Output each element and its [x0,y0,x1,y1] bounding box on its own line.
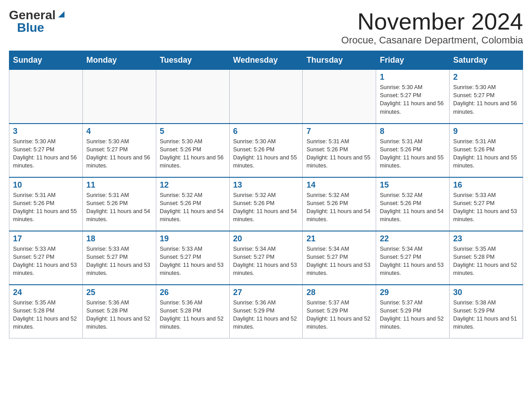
day-info: Sunrise: 5:38 AM Sunset: 5:29 PM Dayligh… [453,299,519,331]
calendar-table: SundayMondayTuesdayWednesdayThursdayFrid… [9,51,523,338]
calendar-cell: 11Sunrise: 5:31 AM Sunset: 5:26 PM Dayli… [82,177,156,231]
calendar-header-row: SundayMondayTuesdayWednesdayThursdayFrid… [9,51,523,70]
day-info: Sunrise: 5:30 AM Sunset: 5:27 PM Dayligh… [86,137,152,170]
day-info: Sunrise: 5:34 AM Sunset: 5:27 PM Dayligh… [233,245,299,278]
calendar-cell: 13Sunrise: 5:32 AM Sunset: 5:26 PM Dayli… [229,177,303,231]
day-info: Sunrise: 5:31 AM Sunset: 5:26 PM Dayligh… [13,191,79,224]
calendar-cell [229,70,303,124]
month-title: November 2024 [341,9,523,34]
day-number: 6 [233,127,299,136]
calendar-day-header: Saturday [450,51,523,70]
day-number: 9 [453,127,519,136]
calendar-cell: 20Sunrise: 5:34 AM Sunset: 5:27 PM Dayli… [229,231,303,285]
day-number: 17 [13,234,79,244]
day-number: 8 [380,127,446,136]
calendar-day-header: Sunday [9,51,83,70]
day-number: 22 [380,234,446,244]
day-number: 13 [233,180,299,190]
calendar-cell: 7Sunrise: 5:31 AM Sunset: 5:26 PM Daylig… [303,124,376,177]
day-info: Sunrise: 5:35 AM Sunset: 5:28 PM Dayligh… [453,245,519,278]
day-info: Sunrise: 5:31 AM Sunset: 5:26 PM Dayligh… [306,137,372,170]
calendar-cell: 12Sunrise: 5:32 AM Sunset: 5:26 PM Dayli… [156,177,229,231]
day-number: 14 [306,180,372,190]
calendar-day-header: Thursday [303,51,376,70]
day-number: 4 [86,127,152,136]
day-info: Sunrise: 5:36 AM Sunset: 5:28 PM Dayligh… [86,299,152,331]
calendar-day-header: Tuesday [156,51,229,70]
calendar-cell: 2Sunrise: 5:30 AM Sunset: 5:27 PM Daylig… [450,70,523,124]
day-info: Sunrise: 5:34 AM Sunset: 5:27 PM Dayligh… [380,245,446,278]
day-info: Sunrise: 5:30 AM Sunset: 5:26 PM Dayligh… [160,137,226,170]
calendar-week-row: 10Sunrise: 5:31 AM Sunset: 5:26 PM Dayli… [9,177,523,231]
calendar-cell: 29Sunrise: 5:37 AM Sunset: 5:29 PM Dayli… [376,285,450,338]
day-number: 28 [306,288,372,297]
logo: General Blue [9,9,66,34]
day-number: 11 [86,180,152,190]
calendar-cell: 27Sunrise: 5:36 AM Sunset: 5:29 PM Dayli… [229,285,303,338]
day-info: Sunrise: 5:33 AM Sunset: 5:27 PM Dayligh… [453,191,519,224]
day-number: 29 [380,288,446,297]
logo-blue-text: Blue [17,21,44,34]
day-info: Sunrise: 5:30 AM Sunset: 5:27 PM Dayligh… [453,83,519,116]
calendar-cell [82,70,156,124]
day-number: 3 [13,127,79,136]
calendar-cell: 18Sunrise: 5:33 AM Sunset: 5:27 PM Dayli… [82,231,156,285]
calendar-cell [9,70,83,124]
day-info: Sunrise: 5:37 AM Sunset: 5:29 PM Dayligh… [306,299,372,331]
day-info: Sunrise: 5:32 AM Sunset: 5:26 PM Dayligh… [380,191,446,224]
calendar-cell: 6Sunrise: 5:30 AM Sunset: 5:26 PM Daylig… [229,124,303,177]
day-info: Sunrise: 5:33 AM Sunset: 5:27 PM Dayligh… [160,245,226,278]
day-info: Sunrise: 5:30 AM Sunset: 5:26 PM Dayligh… [233,137,299,170]
logo-general-text: General [9,9,56,21]
calendar-week-row: 3Sunrise: 5:30 AM Sunset: 5:27 PM Daylig… [9,124,523,177]
calendar-cell: 19Sunrise: 5:33 AM Sunset: 5:27 PM Dayli… [156,231,229,285]
day-info: Sunrise: 5:30 AM Sunset: 5:27 PM Dayligh… [380,83,446,116]
calendar-cell: 9Sunrise: 5:31 AM Sunset: 5:26 PM Daylig… [450,124,523,177]
calendar-week-row: 24Sunrise: 5:35 AM Sunset: 5:28 PM Dayli… [9,285,523,338]
day-number: 25 [86,288,152,297]
calendar-week-row: 17Sunrise: 5:33 AM Sunset: 5:27 PM Dayli… [9,231,523,285]
day-number: 26 [160,288,226,297]
calendar-cell: 1Sunrise: 5:30 AM Sunset: 5:27 PM Daylig… [376,70,450,124]
day-info: Sunrise: 5:31 AM Sunset: 5:26 PM Dayligh… [453,137,519,170]
calendar-day-header: Wednesday [229,51,303,70]
day-number: 15 [380,180,446,190]
day-info: Sunrise: 5:31 AM Sunset: 5:26 PM Dayligh… [86,191,152,224]
location-title: Orocue, Casanare Department, Colombia [341,34,523,46]
day-info: Sunrise: 5:33 AM Sunset: 5:27 PM Dayligh… [13,245,79,278]
logo-triangle-icon [56,9,66,19]
day-number: 16 [453,180,519,190]
calendar-cell: 17Sunrise: 5:33 AM Sunset: 5:27 PM Dayli… [9,231,83,285]
calendar-day-header: Monday [82,51,156,70]
page-header: General Blue November 2024 Orocue, Casan… [9,9,523,46]
day-number: 1 [380,73,446,82]
day-number: 21 [306,234,372,244]
day-number: 19 [160,234,226,244]
day-info: Sunrise: 5:32 AM Sunset: 5:26 PM Dayligh… [233,191,299,224]
day-info: Sunrise: 5:35 AM Sunset: 5:28 PM Dayligh… [13,299,79,331]
calendar-cell: 23Sunrise: 5:35 AM Sunset: 5:28 PM Dayli… [450,231,523,285]
day-number: 7 [306,127,372,136]
title-block: November 2024 Orocue, Casanare Departmen… [341,9,523,46]
day-info: Sunrise: 5:34 AM Sunset: 5:27 PM Dayligh… [306,245,372,278]
calendar-week-row: 1Sunrise: 5:30 AM Sunset: 5:27 PM Daylig… [9,70,523,124]
calendar-cell: 28Sunrise: 5:37 AM Sunset: 5:29 PM Dayli… [303,285,376,338]
calendar-cell [303,70,376,124]
day-number: 10 [13,180,79,190]
day-number: 30 [453,288,519,297]
calendar-cell: 21Sunrise: 5:34 AM Sunset: 5:27 PM Dayli… [303,231,376,285]
calendar-cell: 8Sunrise: 5:31 AM Sunset: 5:26 PM Daylig… [376,124,450,177]
svg-marker-0 [58,11,64,17]
calendar-cell: 30Sunrise: 5:38 AM Sunset: 5:29 PM Dayli… [450,285,523,338]
calendar-cell: 16Sunrise: 5:33 AM Sunset: 5:27 PM Dayli… [450,177,523,231]
day-number: 23 [453,234,519,244]
day-number: 12 [160,180,226,190]
day-info: Sunrise: 5:30 AM Sunset: 5:27 PM Dayligh… [13,137,79,170]
calendar-cell: 25Sunrise: 5:36 AM Sunset: 5:28 PM Dayli… [82,285,156,338]
day-info: Sunrise: 5:36 AM Sunset: 5:28 PM Dayligh… [160,299,226,331]
day-info: Sunrise: 5:31 AM Sunset: 5:26 PM Dayligh… [380,137,446,170]
day-number: 2 [453,73,519,82]
calendar-cell: 4Sunrise: 5:30 AM Sunset: 5:27 PM Daylig… [82,124,156,177]
day-number: 27 [233,288,299,297]
calendar-day-header: Friday [376,51,450,70]
